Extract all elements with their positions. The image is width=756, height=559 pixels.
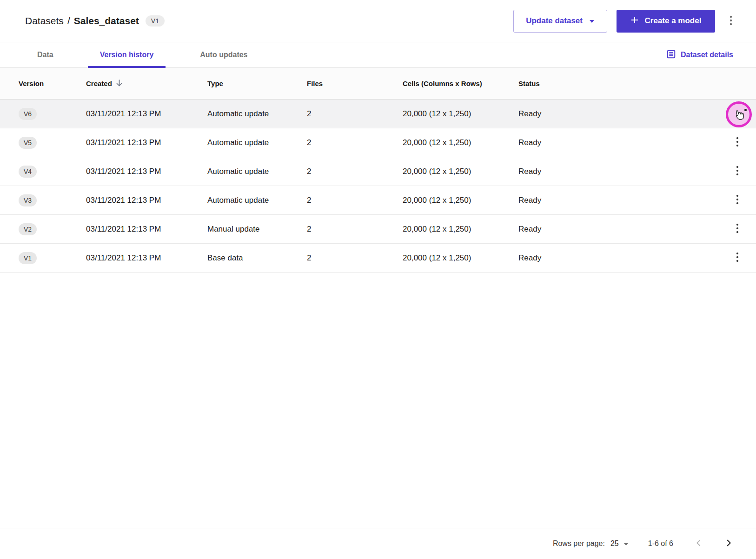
create-model-button[interactable]: Create a model: [617, 10, 715, 33]
version-badge: V5: [19, 137, 37, 149]
files-cell: 2: [307, 138, 403, 147]
created-cell: 03/11/2021 12:13 PM: [86, 167, 207, 176]
column-header-status-label: Status: [518, 80, 540, 87]
row-actions-menu-button[interactable]: [731, 220, 744, 238]
column-header-type-label: Type: [207, 80, 223, 87]
column-header-version-label: Version: [19, 80, 44, 87]
rows-per-page: Rows per page: 25: [553, 539, 629, 548]
row-actions-menu-button[interactable]: [731, 162, 744, 180]
status-cell: Ready: [518, 253, 719, 263]
chevron-right-icon: [725, 539, 733, 548]
pagination-range: 1-6 of 6: [648, 539, 673, 548]
version-badge: V6: [19, 108, 37, 120]
status-cell: Ready: [518, 167, 719, 176]
column-header-files[interactable]: Files: [307, 80, 403, 87]
dataset-details-link-label: Dataset details: [681, 51, 733, 59]
chevron-down-icon: [623, 539, 629, 548]
column-header-created[interactable]: Created: [86, 79, 207, 88]
pagination-bar: Rows per page: 25 1-6 of 6: [0, 528, 756, 559]
previous-page-button[interactable]: [693, 537, 704, 550]
actions-cell: [719, 220, 756, 238]
actions-cell: [719, 191, 756, 209]
breadcrumb: Datasets / Sales_dataset V1: [25, 15, 165, 27]
tab-data[interactable]: Data: [25, 42, 66, 67]
table-row-v1: V103/11/2021 12:13 PMBase data220,000 (1…: [0, 244, 756, 273]
version-cell: V6: [0, 108, 86, 120]
actions-cell: [719, 249, 756, 267]
column-header-status[interactable]: Status: [518, 80, 719, 87]
table-body: V603/11/2021 12:13 PMAutomatic update220…: [0, 100, 756, 273]
type-cell: Automatic update: [207, 167, 307, 176]
breadcrumb-datasets-link[interactable]: Datasets: [25, 15, 64, 27]
next-page-button[interactable]: [723, 537, 735, 550]
type-cell: Base data: [207, 253, 307, 263]
status-cell: Ready: [518, 138, 719, 147]
row-actions-menu-button[interactable]: [731, 191, 744, 209]
update-dataset-button-label: Update dataset: [526, 16, 583, 26]
page-overflow-menu-button[interactable]: [724, 12, 737, 31]
dataset-version-badge: V1: [146, 15, 165, 27]
tab-list: DataVersion historyAuto updates: [25, 42, 260, 67]
kebab-vertical-icon: [734, 252, 741, 264]
cells-cell: 20,000 (12 x 1,250): [403, 109, 518, 119]
rows-per-page-label: Rows per page:: [553, 539, 605, 548]
table-row-v4: V403/11/2021 12:13 PMAutomatic update220…: [0, 157, 756, 186]
rows-per-page-select[interactable]: 25: [610, 539, 629, 548]
dataset-page: Datasets / Sales_dataset V1 Update datas…: [0, 0, 756, 559]
update-dataset-button[interactable]: Update dataset: [513, 10, 607, 33]
row-actions-menu-button[interactable]: [731, 133, 744, 152]
status-cell: Ready: [518, 109, 719, 119]
tab-version-history[interactable]: Version history: [88, 42, 166, 67]
type-cell: Manual update: [207, 225, 307, 234]
files-cell: 2: [307, 253, 403, 263]
created-cell: 03/11/2021 12:13 PM: [86, 196, 207, 205]
cells-cell: 20,000 (12 x 1,250): [403, 225, 518, 234]
cells-cell: 20,000 (12 x 1,250): [403, 167, 518, 176]
version-badge: V4: [19, 166, 37, 178]
files-cell: 2: [307, 225, 403, 234]
created-cell: 03/11/2021 12:13 PM: [86, 138, 207, 147]
version-cell: V2: [0, 223, 86, 235]
tabs-bar: DataVersion historyAuto updates Dataset …: [0, 42, 756, 68]
kebab-vertical-icon: [727, 14, 735, 28]
version-cell: V4: [0, 166, 86, 178]
table-row-v3: V303/11/2021 12:13 PMAutomatic update220…: [0, 186, 756, 215]
actions-cell: [719, 162, 756, 180]
created-cell: 03/11/2021 12:13 PM: [86, 109, 207, 119]
kebab-vertical-icon: [734, 223, 741, 235]
chevron-down-icon: [589, 16, 595, 26]
actions-cell: [719, 133, 756, 152]
kebab-vertical-icon: [734, 194, 741, 206]
column-header-cells[interactable]: Cells (Columns x Rows): [403, 80, 518, 87]
column-header-created-label: Created: [86, 80, 112, 87]
table-row-v6: V603/11/2021 12:13 PMAutomatic update220…: [0, 100, 756, 128]
version-badge: V2: [19, 223, 37, 235]
top-bar: Datasets / Sales_dataset V1 Update datas…: [0, 0, 756, 42]
row-actions-menu-button[interactable]: [731, 249, 744, 267]
document-lines-icon: [666, 49, 676, 61]
status-cell: Ready: [518, 196, 719, 205]
version-badge: V1: [19, 252, 37, 264]
column-header-version[interactable]: Version: [0, 80, 86, 87]
column-header-files-label: Files: [307, 80, 323, 87]
files-cell: 2: [307, 167, 403, 176]
files-cell: 2: [307, 196, 403, 205]
created-cell: 03/11/2021 12:13 PM: [86, 253, 207, 263]
create-model-button-label: Create a model: [645, 16, 702, 26]
breadcrumb-separator: /: [67, 15, 70, 27]
version-badge: V3: [19, 194, 37, 206]
chevron-left-icon: [695, 539, 703, 548]
kebab-vertical-icon: [734, 136, 741, 149]
table-header-row: Version Created Type Files Cells (Column…: [0, 68, 756, 100]
page-title-dataset-name: Sales_dataset: [74, 15, 139, 27]
table-row-v5: V503/11/2021 12:13 PMAutomatic update220…: [0, 128, 756, 157]
dataset-details-link[interactable]: Dataset details: [666, 42, 733, 67]
column-header-type[interactable]: Type: [207, 80, 307, 87]
type-cell: Automatic update: [207, 109, 307, 119]
kebab-vertical-icon: [734, 165, 741, 178]
files-cell: 2: [307, 109, 403, 119]
tab-auto-updates[interactable]: Auto updates: [188, 42, 259, 67]
sort-arrow-down-icon: [116, 79, 123, 88]
table-row-v2: V203/11/2021 12:13 PMManual update220,00…: [0, 215, 756, 244]
pager-controls: [693, 537, 735, 550]
